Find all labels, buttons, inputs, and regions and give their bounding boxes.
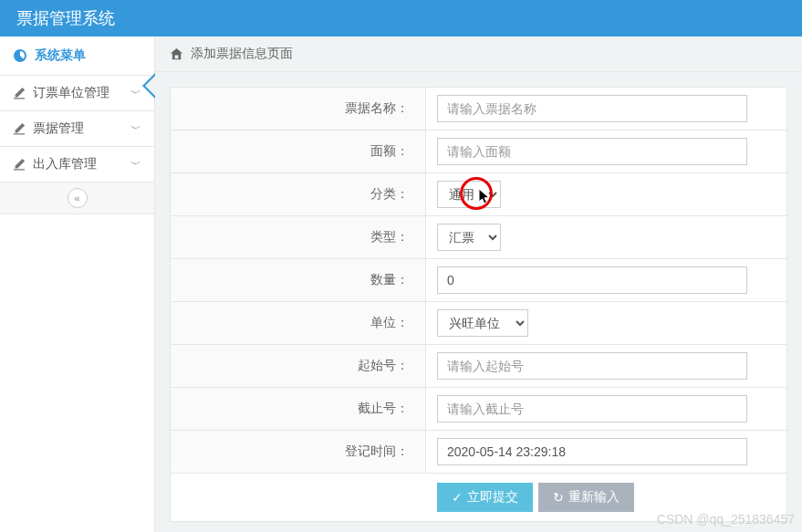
- sidebar: 系统菜单 订票单位管理 ﹀ 票据管理 ﹀ 出入库管理 ﹀: [0, 37, 155, 532]
- label-bill-name: 票据名称：: [171, 88, 426, 130]
- chevron-down-icon: ﹀: [130, 86, 141, 101]
- active-indicator-arrow-inner: [145, 76, 155, 96]
- reset-label: 重新输入: [568, 489, 620, 506]
- dashboard-icon: [13, 48, 27, 63]
- row-amount: 面额：: [171, 130, 786, 173]
- input-quantity[interactable]: [437, 266, 747, 294]
- select-unit[interactable]: 兴旺单位: [437, 309, 528, 337]
- app-title: 票据管理系统: [16, 7, 115, 29]
- row-bill-name: 票据名称：: [171, 88, 786, 130]
- sidebar-item-label: 票据管理: [33, 120, 84, 137]
- main-layout: 系统菜单 订票单位管理 ﹀ 票据管理 ﹀ 出入库管理 ﹀: [0, 37, 802, 532]
- sidebar-item-bill-mgmt[interactable]: 票据管理 ﹀: [0, 111, 154, 147]
- page-title: 添加票据信息页面: [191, 46, 293, 62]
- sidebar-item-label: 订票单位管理: [33, 85, 109, 101]
- sidebar-heading: 系统菜单: [0, 37, 154, 76]
- edit-icon: [13, 158, 26, 171]
- home-icon: [170, 47, 183, 61]
- select-type[interactable]: 汇票: [437, 224, 501, 251]
- submit-label: 立即提交: [467, 489, 518, 506]
- double-chevron-left-icon: «: [74, 193, 79, 203]
- row-category: 分类： 通用: [171, 173, 786, 216]
- label-amount: 面额：: [171, 130, 426, 172]
- sidebar-item-label: 出入库管理: [33, 156, 97, 172]
- sidebar-item-booking-unit[interactable]: 订票单位管理 ﹀: [0, 76, 154, 111]
- input-bill-name[interactable]: [437, 95, 747, 122]
- label-end-no: 截止号：: [171, 388, 426, 430]
- content-area: 添加票据信息页面 票据名称： 面额： 分类：: [155, 37, 802, 532]
- label-category: 分类：: [171, 173, 426, 215]
- sidebar-collapse-bar: «: [0, 183, 154, 214]
- app-header: 票据管理系统: [0, 0, 802, 37]
- label-type: 类型：: [171, 216, 426, 258]
- label-start-no: 起始号：: [171, 345, 426, 387]
- check-icon: ✓: [452, 490, 463, 505]
- row-quantity: 数量：: [171, 259, 786, 302]
- collapse-sidebar-button[interactable]: «: [68, 188, 88, 208]
- reset-button[interactable]: ↻ 重新输入: [538, 483, 634, 512]
- label-quantity: 数量：: [171, 259, 426, 301]
- form-container: 票据名称： 面额： 分类： 通用: [155, 72, 802, 532]
- sidebar-heading-label: 系统菜单: [35, 47, 86, 64]
- input-amount[interactable]: [437, 138, 747, 165]
- form-table: 票据名称： 面额： 分类： 通用: [170, 87, 787, 522]
- edit-icon: [13, 87, 26, 99]
- breadcrumb: 添加票据信息页面: [155, 37, 802, 72]
- row-end-no: 截止号：: [171, 388, 786, 431]
- input-end-no[interactable]: [437, 395, 747, 422]
- label-register-time: 登记时间：: [171, 431, 426, 473]
- row-register-time: 登记时间：: [171, 431, 786, 474]
- row-unit: 单位： 兴旺单位: [171, 302, 786, 345]
- select-category[interactable]: 通用: [437, 181, 501, 208]
- edit-icon: [13, 122, 26, 135]
- chevron-down-icon: ﹀: [130, 121, 141, 137]
- row-type: 类型： 汇票: [171, 216, 786, 259]
- chevron-down-icon: ﹀: [130, 157, 141, 172]
- refresh-icon: ↻: [553, 490, 564, 505]
- input-start-no[interactable]: [437, 352, 747, 380]
- input-register-time[interactable]: [437, 438, 747, 465]
- submit-button[interactable]: ✓ 立即提交: [437, 483, 533, 512]
- watermark-text: CSDN @qq_251836457: [657, 512, 795, 527]
- sidebar-item-inout-mgmt[interactable]: 出入库管理 ﹀: [0, 147, 154, 183]
- label-unit: 单位：: [171, 302, 426, 344]
- row-start-no: 起始号：: [171, 345, 786, 388]
